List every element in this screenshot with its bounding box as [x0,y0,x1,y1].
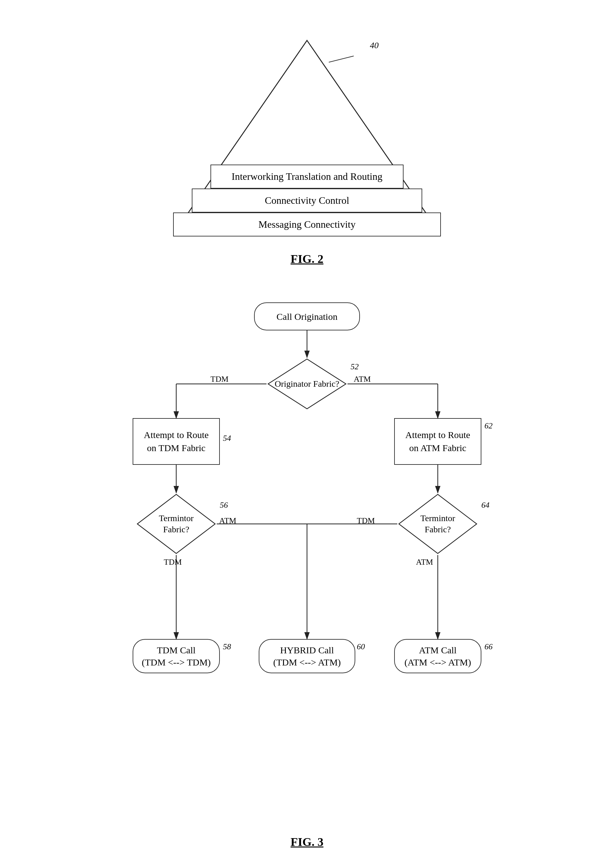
ref-52: 52 [351,362,359,372]
fig3-label: FIG. 3 [291,835,323,849]
tdm-from-left-label: TDM [164,558,182,567]
tdm-from-right-label: TDM [357,516,375,525]
fig2-diagram: 40 Interworking Translation and Routing … [25,31,589,266]
terminator-fabric-left: Termintor Fabric? [136,493,217,555]
page: 40 Interworking Translation and Routing … [0,0,614,868]
call-origination: Call Origination [254,302,360,330]
layer-bot: Messaging Connectivity [173,212,441,236]
ref-66: 66 [485,642,493,651]
atm-call: ATM Call (ATM <--> ATM) [394,639,481,673]
atm-from-right-label: ATM [416,558,433,567]
layer-top: Interworking Translation and Routing [210,164,404,189]
terminator-fabric-right: Termintor Fabric? [397,493,478,555]
ref-56: 56 [220,501,228,510]
fig3-diagram: Call Origination Originator Fabric? 52 T… [25,297,589,849]
hybrid-call: HYBRID Call (TDM <--> ATM) [259,639,355,673]
terminator-fabric-right-label: Termintor Fabric? [420,513,455,535]
fig2-label: FIG. 2 [291,252,323,266]
atm-from-left-label: ATM [219,516,236,525]
originator-fabric-decision: Originator Fabric? [267,358,347,410]
ref-64: 64 [481,501,490,510]
tdm-call: TDM Call (TDM <--> TDM) [133,639,220,673]
terminator-fabric-left-label: Termintor Fabric? [159,513,194,535]
ref-58: 58 [223,642,231,651]
flowchart: Call Origination Originator Fabric? 52 T… [58,297,556,826]
originator-fabric-label: Originator Fabric? [275,378,339,389]
attempt-atm: Attempt to Route on ATM Fabric [394,418,481,465]
pyramid-labels: Interworking Translation and Routing Con… [167,31,447,243]
ref-62: 62 [485,421,493,431]
ref-54: 54 [223,434,231,443]
attempt-tdm: Attempt to Route on TDM Fabric [133,418,220,465]
atm-right-label: ATM [354,375,371,384]
ref-60: 60 [357,642,365,651]
tdm-left-label: TDM [210,375,229,384]
layer-mid: Connectivity Control [192,189,422,212]
pyramid-diagram: 40 Interworking Translation and Routing … [167,31,447,243]
